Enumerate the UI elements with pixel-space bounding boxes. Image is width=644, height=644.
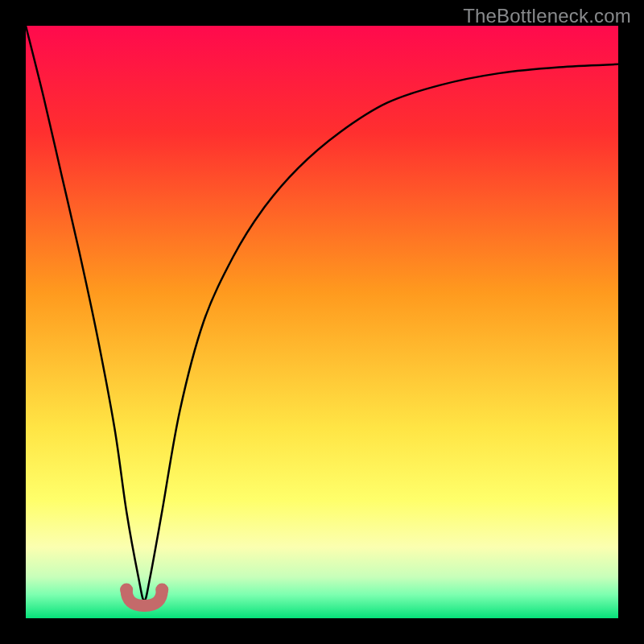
optimum-dot-right [155,584,168,597]
watermark-text: TheBottleneck.com [463,5,631,27]
optimum-dot-left [120,584,133,597]
curve-layer [26,26,618,618]
outer-frame: TheBottleneck.com [0,0,644,644]
plot-area [26,26,618,618]
bottleneck-curve [26,26,618,601]
